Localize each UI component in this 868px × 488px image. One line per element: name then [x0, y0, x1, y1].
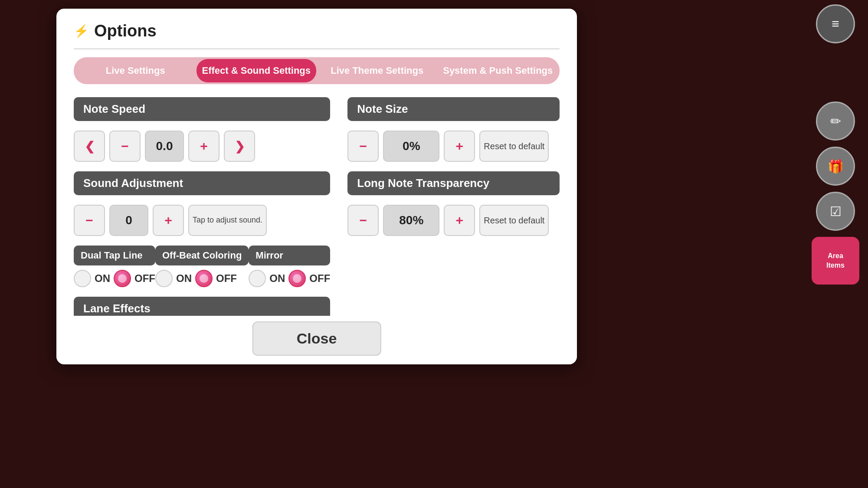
- dual-tap-on-radio[interactable]: [74, 270, 91, 287]
- toggle-row: Dual Tap Line ON OFF Off-Beat Coloring: [74, 246, 330, 287]
- note-speed-value: 0.0: [145, 131, 184, 162]
- tab-live-theme[interactable]: Live Theme Settings: [317, 59, 437, 82]
- prev-arrow-icon: ❮: [85, 139, 95, 154]
- sound-plus-icon: +: [164, 213, 172, 228]
- menu-icon: ≡: [832, 16, 839, 31]
- sound-adjustment-controls: − 0 + Tap to adjust sound.: [74, 205, 330, 236]
- dual-tap-off-radio-inner: [118, 274, 127, 283]
- area-items-top: Area: [828, 252, 843, 260]
- settings-content: Note Speed ❮ − 0.0 + ❯: [74, 97, 560, 357]
- sound-value: 0: [109, 205, 148, 236]
- note-size-controls: − 0% + Reset to default: [347, 131, 560, 162]
- dual-tap-line-label: Dual Tap Line: [74, 246, 155, 265]
- note-speed-controls: ❮ − 0.0 + ❯: [74, 131, 330, 162]
- tab-live-settings[interactable]: Live Settings: [75, 59, 196, 82]
- off-beat-on-radio[interactable]: [155, 270, 173, 287]
- modal-title-text: Options: [94, 22, 157, 40]
- off-beat-off-radio[interactable]: [195, 270, 213, 287]
- sound-minus-button[interactable]: −: [74, 205, 105, 236]
- mirror-off-radio-inner: [293, 274, 301, 283]
- next-arrow-icon: ❯: [235, 139, 245, 154]
- note-size-minus-icon: −: [360, 139, 367, 154]
- left-column: Note Speed ❮ − 0.0 + ❯: [74, 97, 330, 316]
- lnt-reset-button[interactable]: Reset to default: [479, 205, 549, 236]
- off-beat-on-label: ON: [176, 272, 192, 285]
- dual-tap-on-label: ON: [95, 272, 110, 285]
- area-items-button[interactable]: Area Items: [812, 237, 859, 285]
- mirror-label: Mirror: [249, 246, 330, 265]
- plus-icon: +: [200, 139, 208, 154]
- note-speed-header: Note Speed: [74, 97, 330, 121]
- side-buttons-panel: ≡ ✏ 🎁 ☑ Area Items: [812, 4, 859, 285]
- tab-system-push[interactable]: System & Push Settings: [438, 59, 558, 82]
- lnt-plus-icon: +: [456, 213, 464, 228]
- mirror-options: ON OFF: [249, 270, 330, 287]
- pen-button[interactable]: ✏: [816, 102, 855, 141]
- tap-adjust-button[interactable]: Tap to adjust sound.: [188, 205, 267, 236]
- close-button-wrap: Close: [252, 321, 381, 356]
- long-note-transparency-controls: − 80% + Reset to default: [347, 205, 560, 236]
- lightning-icon: ⚡: [74, 24, 89, 38]
- off-beat-coloring-group: Off-Beat Coloring ON OFF: [155, 246, 249, 287]
- off-beat-label: Off-Beat Coloring: [155, 246, 249, 265]
- minus-icon: −: [121, 139, 129, 154]
- lnt-minus-icon: −: [360, 213, 367, 228]
- note-speed-next-button[interactable]: ❯: [224, 131, 255, 162]
- off-beat-off-radio-inner: [200, 274, 208, 283]
- dual-tap-off-label: OFF: [134, 272, 155, 285]
- pen-icon: ✏: [830, 114, 841, 129]
- title-divider: [74, 48, 560, 49]
- mirror-group: Mirror ON OFF: [249, 246, 330, 287]
- close-button[interactable]: Close: [252, 321, 381, 356]
- note-size-plus-button[interactable]: +: [444, 131, 475, 162]
- note-speed-prev-button[interactable]: ❮: [74, 131, 105, 162]
- list-icon: ☑: [830, 204, 842, 219]
- gift-icon: 🎁: [828, 159, 844, 174]
- note-size-plus-icon: +: [456, 139, 464, 154]
- note-speed-plus-button[interactable]: +: [188, 131, 219, 162]
- area-items-bottom: Items: [826, 262, 845, 269]
- mirror-off-radio[interactable]: [288, 270, 306, 287]
- dual-tap-off-radio[interactable]: [114, 270, 131, 287]
- mirror-off-label: OFF: [309, 272, 330, 285]
- sound-plus-button[interactable]: +: [153, 205, 184, 236]
- off-beat-off-label: OFF: [216, 272, 237, 285]
- mirror-on-label: ON: [269, 272, 285, 285]
- dual-tap-line-group: Dual Tap Line ON OFF: [74, 246, 155, 287]
- note-size-minus-button[interactable]: −: [347, 131, 379, 162]
- note-size-value: 0%: [383, 131, 439, 162]
- modal-title-row: ⚡ Options: [74, 22, 560, 40]
- sound-minus-icon: −: [85, 213, 93, 228]
- lnt-plus-button[interactable]: +: [444, 205, 475, 236]
- menu-button[interactable]: ≡: [816, 4, 855, 43]
- note-size-header: Note Size: [347, 97, 560, 121]
- options-modal: ⚡ Options Live Settings Effect & Sound S…: [56, 9, 577, 364]
- right-column: Note Size − 0% + Reset to default Long N…: [347, 97, 560, 316]
- gift-button[interactable]: 🎁: [816, 147, 855, 186]
- lnt-value: 80%: [383, 205, 439, 236]
- note-size-reset-button[interactable]: Reset to default: [479, 131, 549, 162]
- list-button[interactable]: ☑: [816, 192, 855, 231]
- tabs-bar: Live Settings Effect & Sound Settings Li…: [74, 57, 560, 84]
- dual-tap-line-options: ON OFF: [74, 270, 155, 287]
- tab-effect-sound[interactable]: Effect & Sound Settings: [197, 59, 317, 82]
- sound-adjustment-header: Sound Adjustment: [74, 171, 330, 195]
- lnt-minus-button[interactable]: −: [347, 205, 379, 236]
- note-speed-minus-button[interactable]: −: [109, 131, 141, 162]
- settings-columns: Note Speed ❮ − 0.0 + ❯: [74, 97, 560, 316]
- lane-effects-header: Lane Effects: [74, 297, 330, 316]
- long-note-transparency-header: Long Note Transparency: [347, 171, 560, 195]
- off-beat-options: ON OFF: [155, 270, 249, 287]
- mirror-on-radio[interactable]: [249, 270, 266, 287]
